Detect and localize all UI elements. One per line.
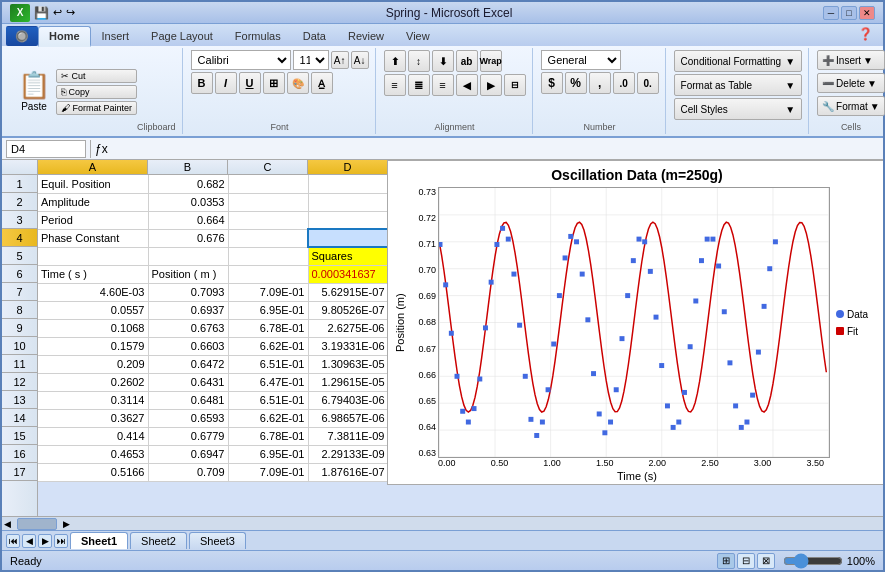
decrease-indent-button[interactable]: ◀ xyxy=(456,74,478,96)
row-header-9[interactable]: 9 xyxy=(2,319,37,337)
cell-d4[interactable] xyxy=(308,229,388,247)
font-shrink-button[interactable]: A↓ xyxy=(351,51,369,69)
col-header-a[interactable]: A xyxy=(38,160,148,174)
tab-formulas[interactable]: Formulas xyxy=(224,26,292,46)
increase-indent-button[interactable]: ▶ xyxy=(480,74,502,96)
cell-d15[interactable]: 7.3811E-09 xyxy=(308,427,388,445)
row-header-11[interactable]: 11 xyxy=(2,355,37,373)
horizontal-scrollbar[interactable]: ◀ ▶ xyxy=(2,516,883,530)
align-left-button[interactable]: ≡ xyxy=(384,74,406,96)
row-header-13[interactable]: 13 xyxy=(2,391,37,409)
normal-view-button[interactable]: ⊞ xyxy=(717,553,735,569)
italic-button[interactable]: I xyxy=(215,72,237,94)
cell-d11[interactable]: 1.30963E-05 xyxy=(308,355,388,373)
cell-c1[interactable] xyxy=(228,175,308,193)
align-top-button[interactable]: ⬆ xyxy=(384,50,406,72)
cell-b14[interactable]: 0.6593 xyxy=(148,409,228,427)
row-header-10[interactable]: 10 xyxy=(2,337,37,355)
col-header-b[interactable]: B xyxy=(148,160,228,174)
insert-button[interactable]: ➕ Insert ▼ xyxy=(817,50,885,70)
tab-data[interactable]: Data xyxy=(292,26,337,46)
row-header-14[interactable]: 14 xyxy=(2,409,37,427)
cell-a8[interactable]: 0.0557 xyxy=(38,301,148,319)
close-button[interactable]: ✕ xyxy=(859,6,875,20)
row-header-1[interactable]: 1 xyxy=(2,175,37,193)
align-right-button[interactable]: ≡ xyxy=(432,74,454,96)
cell-a11[interactable]: 0.209 xyxy=(38,355,148,373)
cell-a6[interactable]: Time ( s ) xyxy=(38,265,148,283)
tab-review[interactable]: Review xyxy=(337,26,395,46)
cell-a14[interactable]: 0.3627 xyxy=(38,409,148,427)
sheet-nav-prev[interactable]: ◀ xyxy=(22,534,36,548)
zoom-slider[interactable] xyxy=(783,557,843,565)
cell-d8[interactable]: 9.80526E-07 xyxy=(308,301,388,319)
cell-d17[interactable]: 1.87616E-07 xyxy=(308,463,388,481)
bold-button[interactable]: B xyxy=(191,72,213,94)
page-break-view-button[interactable]: ⊠ xyxy=(757,553,775,569)
sheet-tab-1[interactable]: Sheet1 xyxy=(70,532,128,549)
sheet-nav-next[interactable]: ▶ xyxy=(38,534,52,548)
cell-a4[interactable]: Phase Constant xyxy=(38,229,148,247)
decrease-decimal-button[interactable]: 0. xyxy=(637,72,659,94)
row-header-3[interactable]: 3 xyxy=(2,211,37,229)
cell-c6[interactable] xyxy=(228,265,308,283)
format-button[interactable]: 🔧 Format ▼ xyxy=(817,96,885,116)
font-grow-button[interactable]: A↑ xyxy=(331,51,349,69)
scroll-left-button[interactable]: ◀ xyxy=(2,519,13,529)
cell-c17[interactable]: 7.09E-01 xyxy=(228,463,308,481)
tab-insert[interactable]: Insert xyxy=(91,26,141,46)
paste-button[interactable]: 📋 Paste xyxy=(12,57,56,125)
cell-c10[interactable]: 6.62E-01 xyxy=(228,337,308,355)
row-header-7[interactable]: 7 xyxy=(2,283,37,301)
row-header-5[interactable]: 5 xyxy=(2,247,37,265)
cell-a10[interactable]: 0.1579 xyxy=(38,337,148,355)
cell-c15[interactable]: 6.78E-01 xyxy=(228,427,308,445)
cell-b16[interactable]: 0.6947 xyxy=(148,445,228,463)
tab-page-layout[interactable]: Page Layout xyxy=(140,26,224,46)
merge-center-button[interactable]: ⊟ xyxy=(504,74,526,96)
cell-a13[interactable]: 0.3114 xyxy=(38,391,148,409)
chart-area[interactable]: Oscillation Data (m=250g) Position (m) 0… xyxy=(387,160,883,485)
cell-c3[interactable] xyxy=(228,211,308,229)
cell-a9[interactable]: 0.1068 xyxy=(38,319,148,337)
text-angle-button[interactable]: ab xyxy=(456,50,478,72)
cell-a2[interactable]: Amplitude xyxy=(38,193,148,211)
cell-d9[interactable]: 2.6275E-06 xyxy=(308,319,388,337)
percent-style-button[interactable]: % xyxy=(565,72,587,94)
row-header-17[interactable]: 17 xyxy=(2,463,37,481)
cell-a12[interactable]: 0.2602 xyxy=(38,373,148,391)
font-size-select[interactable]: 11 xyxy=(293,50,329,70)
cell-a16[interactable]: 0.4653 xyxy=(38,445,148,463)
cell-a5[interactable] xyxy=(38,247,148,265)
cell-c5[interactable] xyxy=(228,247,308,265)
tab-home[interactable]: Home xyxy=(38,26,91,47)
cell-d1[interactable] xyxy=(308,175,388,193)
cell-d2[interactable] xyxy=(308,193,388,211)
format-painter-button[interactable]: 🖌 Format Painter xyxy=(56,101,137,115)
cell-d14[interactable]: 6.98657E-06 xyxy=(308,409,388,427)
quick-access-redo[interactable]: ↪ xyxy=(66,6,75,19)
cell-c12[interactable]: 6.47E-01 xyxy=(228,373,308,391)
cell-b12[interactable]: 0.6431 xyxy=(148,373,228,391)
cell-c7[interactable]: 7.09E-01 xyxy=(228,283,308,301)
cell-b10[interactable]: 0.6603 xyxy=(148,337,228,355)
cell-c8[interactable]: 6.95E-01 xyxy=(228,301,308,319)
align-bottom-button[interactable]: ⬇ xyxy=(432,50,454,72)
cell-d16[interactable]: 2.29133E-09 xyxy=(308,445,388,463)
cell-a1[interactable]: Equil. Position xyxy=(38,175,148,193)
number-format-select[interactable]: General xyxy=(541,50,621,70)
percent-button[interactable]: $ xyxy=(541,72,563,94)
cut-button[interactable]: ✂ Cut xyxy=(56,69,137,83)
cell-b9[interactable]: 0.6763 xyxy=(148,319,228,337)
font-color-button[interactable]: A̲ xyxy=(311,72,333,94)
align-middle-button[interactable]: ↕ xyxy=(408,50,430,72)
sheet-tab-3[interactable]: Sheet3 xyxy=(189,532,246,549)
sheet-tab-2[interactable]: Sheet2 xyxy=(130,532,187,549)
minimize-button[interactable]: ─ xyxy=(823,6,839,20)
font-name-select[interactable]: Calibri xyxy=(191,50,291,70)
format-as-table-button[interactable]: Format as Table ▼ xyxy=(674,74,803,96)
cell-a7[interactable]: 4.60E-03 xyxy=(38,283,148,301)
cell-d5[interactable]: Squares xyxy=(308,247,388,265)
wrap-text-button[interactable]: Wrap xyxy=(480,50,502,72)
cell-c9[interactable]: 6.78E-01 xyxy=(228,319,308,337)
